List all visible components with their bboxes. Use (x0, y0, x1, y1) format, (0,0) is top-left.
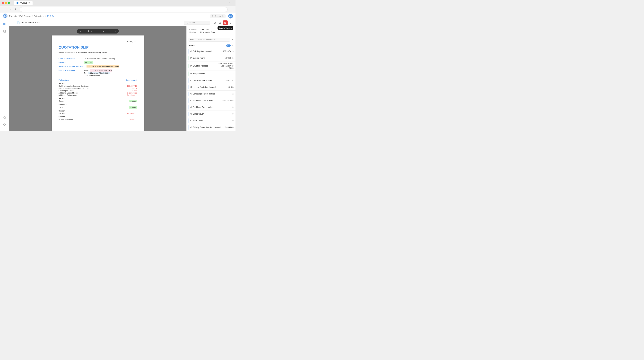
field-list-item[interactable]: C: Building Sum Insured$20,287,419 (186, 48, 236, 55)
back-button[interactable]: ‹ (2, 7, 6, 12)
pdf-row: Glass: Included (58, 100, 137, 102)
field-name-label: C: Additional Loss of Rent (190, 100, 221, 102)
next-page-button[interactable]: › (90, 30, 93, 33)
svg-point-3 (212, 15, 213, 17)
pdf-section-3: Section 3 Theft: Included (58, 104, 137, 108)
field-value-label: 2 (232, 93, 234, 95)
field-name-label: C: Glass Cover (190, 113, 231, 115)
page-current: 1 (84, 30, 84, 32)
browser-toolbar: ‹ › ↻ ⋮ (0, 6, 236, 13)
app-body: ≫ ← 📄 Quote_Demo_1.pdf Search (0, 19, 236, 131)
field-list-item[interactable]: C: Theft Cover0 (186, 118, 236, 124)
sidebar-item-settings[interactable] (2, 114, 8, 120)
field-list-item[interactable]: C: Contents Sum Insured$202,274 (186, 77, 236, 84)
pdf-table-header: Policy Cover Sum Insured (58, 79, 137, 81)
breadcrumb-sep2: / (32, 15, 33, 17)
export-button[interactable] (218, 20, 222, 25)
doc-toolbar: ← 📄 Quote_Demo_1.pdf Search (9, 19, 236, 26)
svg-line-16 (187, 23, 188, 24)
field-name-label: P: Insured Name (190, 57, 224, 59)
field-value-label: $20,287,419 (222, 50, 234, 52)
pdf-document: 11 March, 2020 QUOTATION SLIP Please pro… (52, 36, 144, 131)
left-sidebar: ≫ (0, 19, 9, 131)
zoom-out-button[interactable]: − (96, 30, 99, 33)
field-list-item[interactable]: P: Insured NameSP 12345 (186, 55, 236, 62)
forward-button[interactable]: › (8, 7, 12, 12)
app-logo (2, 13, 8, 19)
search-icon (212, 15, 214, 17)
save-to-training-button[interactable] (223, 20, 228, 25)
reload-button[interactable] (212, 20, 217, 25)
field-name-label: C: Catastrophe Sum Insured (190, 93, 231, 95)
pdf-title: QUOTATION SLIP (58, 45, 137, 50)
breadcrumb-exfil-demo[interactable]: Exfil Demo ▾ (20, 15, 31, 17)
field-list-item[interactable]: C: Fidelity Guarantee Sum Insured$100,00… (186, 124, 236, 130)
breadcrumb-projects[interactable]: Projects (9, 15, 17, 17)
save-to-training-tooltip: Save to Training (218, 26, 233, 30)
tab-favicon: 🔵 (16, 2, 19, 4)
doc-search-placeholder: Search (188, 22, 195, 24)
new-tab-button[interactable]: + (34, 1, 38, 5)
field-value-label: 0 (232, 106, 234, 108)
field-indicator (188, 118, 189, 123)
maximize-window-button[interactable] (8, 2, 10, 4)
field-filter-bar (186, 36, 236, 43)
close-window-button[interactable] (2, 2, 4, 4)
browser-menu-button[interactable]: ⋮ (229, 7, 234, 12)
field-indicator (188, 105, 189, 110)
field-list-item[interactable]: C: Additional Loss of Rent$Not Insured (186, 97, 236, 104)
field-list-item[interactable]: P: Inception Date2 (186, 70, 236, 77)
field-indicator (188, 125, 189, 130)
field-value-label: $202,274 (225, 79, 234, 82)
sidebar-item-expand[interactable]: ≫ (2, 129, 8, 131)
pdf-situation-field: Situation of Insured Property: 838 Colli… (58, 66, 137, 67)
field-list-item[interactable]: C: Additional Catastrophe0 (186, 104, 236, 111)
version-row: Version LLM Model Fixed (189, 31, 233, 34)
field-list-item[interactable]: C: Glass Cover0 (186, 111, 236, 118)
field-indicator (188, 112, 189, 116)
pdf-row: Additional Catastrophe: $Not Insured (58, 94, 137, 96)
field-list-item[interactable]: C: Loss of Rent Sum Insured$15% (186, 84, 236, 90)
browser-tab[interactable]: 🔵 4f13e3c ✕ (14, 1, 32, 5)
svg-point-2 (4, 15, 6, 16)
pdf-insured-field: Insured: SP 12345 (58, 62, 137, 64)
sidebar-bottom: ≫ (2, 114, 8, 131)
svg-point-15 (186, 22, 187, 23)
field-indicator (188, 78, 189, 83)
prev-page-button[interactable]: ‹ (79, 30, 82, 33)
field-filter-input[interactable] (188, 38, 230, 42)
file-name-label: Quote_Demo_1.pdf (21, 22, 40, 24)
sidebar-item-starred[interactable] (2, 122, 8, 128)
field-list-item[interactable]: C: Catastrophe Sum Insured2 (186, 90, 236, 97)
back-to-list-button[interactable]: ← (12, 21, 16, 25)
avatar[interactable]: BB (228, 14, 233, 18)
breadcrumb-extractions[interactable]: Extractions (34, 15, 44, 17)
field-value-label: $15% (228, 86, 234, 88)
zoom-in-button[interactable]: + (102, 30, 105, 33)
field-name-label: C: Contents Sum Insured (190, 79, 224, 82)
fields-collapse-button[interactable]: ∧ (232, 44, 234, 47)
address-bar[interactable] (20, 7, 228, 12)
reload-button[interactable]: ↻ (14, 7, 18, 12)
field-name-label: C: Additional Catastrophe (190, 106, 231, 108)
doc-page-container: ‹ 1 / 5 › − + ⤢ ⤓ 11 March, 2020 QUOTATI… (9, 26, 186, 131)
delete-button[interactable] (228, 20, 233, 25)
fit-page-button[interactable]: ⤢ (108, 30, 111, 33)
minimize-icon[interactable]: — (225, 2, 228, 4)
field-list-item[interactable]: P: Situation Address838 Collins Street, … (186, 62, 236, 70)
pdf-row: Additional Loss of Rent: $Not Insured (58, 92, 137, 94)
sidebar-item-documents[interactable] (2, 28, 8, 34)
download-button[interactable]: ⤓ (114, 30, 117, 33)
field-value-label: 2 (232, 72, 234, 75)
doc-search-icon (186, 22, 188, 24)
maximize-icon[interactable]: □ (229, 2, 230, 4)
doc-search-box[interactable]: Search (184, 21, 210, 25)
header-search[interactable]: Search ⌘/ (210, 14, 226, 18)
header-search-label: Search (214, 15, 221, 17)
field-value-label: $100,000 (225, 126, 234, 128)
filter-icon[interactable] (231, 38, 234, 41)
minimize-window-button[interactable] (5, 2, 7, 4)
close-icon[interactable]: ✕ (232, 2, 234, 4)
tab-close-icon[interactable]: ✕ (28, 2, 30, 4)
sidebar-item-extract[interactable] (2, 21, 8, 27)
